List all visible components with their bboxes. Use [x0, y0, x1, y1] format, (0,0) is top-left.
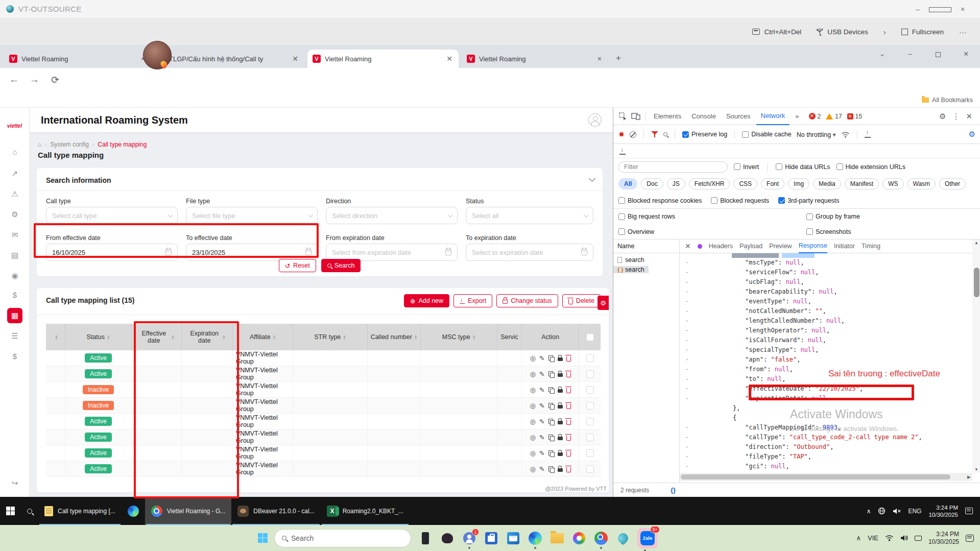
- filter-chip-img[interactable]: Img: [788, 178, 809, 189]
- change-status-button[interactable]: Change status: [496, 294, 558, 307]
- all-bookmarks-button[interactable]: All Bookmarks: [922, 97, 973, 104]
- device-toolbar-icon[interactable]: [631, 112, 640, 120]
- breadcrumb-system-config[interactable]: System config: [51, 141, 89, 148]
- filter-chip-all[interactable]: All: [618, 178, 637, 189]
- row-checkbox[interactable]: [586, 386, 594, 394]
- sidebar-item-system-config-active[interactable]: ▦: [7, 308, 22, 323]
- more-tabs-button[interactable]: »: [791, 108, 803, 125]
- document-icon[interactable]: ▤: [0, 251, 30, 260]
- search-button[interactable]: Search: [321, 259, 361, 272]
- reset-button[interactable]: ↺Reset: [279, 259, 316, 272]
- host-task-edge[interactable]: [528, 531, 543, 546]
- copy-icon[interactable]: [548, 403, 554, 409]
- devtools-settings-gear-icon[interactable]: ⚙: [939, 112, 946, 121]
- host-task-zalo[interactable]: Zalo 5+: [637, 528, 658, 548]
- file-type-select[interactable]: Select file type: [186, 207, 318, 224]
- copy-icon[interactable]: [548, 371, 554, 377]
- header-msc-type[interactable]: MSC type▲▼: [421, 324, 497, 350]
- host-task-phone[interactable]: [418, 531, 433, 546]
- response-vertical-scrollbar[interactable]: ▲ ▼: [972, 239, 980, 473]
- header-called-number[interactable]: Called number▲▼: [368, 324, 421, 350]
- forward-button[interactable]: →: [30, 74, 39, 85]
- view-icon[interactable]: ◎: [530, 370, 535, 378]
- detail-tab-response-active[interactable]: Response: [799, 239, 827, 253]
- invert-checkbox[interactable]: Invert: [734, 163, 759, 171]
- view-icon[interactable]: ◎: [530, 402, 535, 410]
- host-task-app-dark[interactable]: [440, 531, 455, 546]
- edit-icon[interactable]: ✎: [539, 418, 545, 425]
- from-expiration-date-input[interactable]: Select from expiration date: [326, 244, 458, 261]
- muted-speaker-icon[interactable]: [893, 508, 901, 515]
- devtools-close-icon[interactable]: ✕: [966, 112, 972, 121]
- view-icon[interactable]: ◎: [530, 354, 535, 362]
- delete-icon[interactable]: [566, 436, 571, 441]
- host-task-store[interactable]: [484, 531, 499, 546]
- preserve-log-checkbox[interactable]: Preserve log: [682, 131, 727, 138]
- vm-notification-icon[interactable]: [965, 508, 973, 514]
- host-task-chrome[interactable]: [593, 531, 609, 546]
- lock-icon[interactable]: [558, 437, 563, 440]
- delete-button[interactable]: Delete: [562, 294, 601, 307]
- lock-icon[interactable]: [558, 373, 563, 377]
- detail-tab-timing[interactable]: Timing: [862, 240, 880, 253]
- tab-sources[interactable]: Sources: [722, 108, 755, 125]
- request-row[interactable]: search: [613, 253, 679, 266]
- view-icon[interactable]: ◎: [530, 449, 535, 457]
- remote-minimize-button[interactable]: –: [906, 0, 929, 18]
- scroll-up-icon[interactable]: ▲: [972, 241, 980, 245]
- vm-task-excel[interactable]: X Roaming2.0_KBKT_...: [321, 497, 410, 525]
- row-checkbox[interactable]: [586, 434, 594, 441]
- filter-chip-fetchxhr[interactable]: Fetch/XHR: [689, 178, 730, 189]
- export-button[interactable]: Export: [453, 294, 492, 307]
- vm-language-indicator[interactable]: ENG: [908, 508, 921, 515]
- lock-icon[interactable]: [558, 468, 563, 472]
- copy-icon[interactable]: [548, 435, 554, 440]
- vm-search-button[interactable]: [21, 497, 38, 525]
- speaker-icon[interactable]: [900, 535, 908, 541]
- remote-close-button[interactable]: ×: [951, 0, 974, 18]
- target-icon[interactable]: ◉: [0, 271, 30, 280]
- big-request-rows-checkbox[interactable]: Big request rows: [618, 213, 675, 220]
- host-task-explorer[interactable]: [549, 531, 565, 546]
- vm-task-edge[interactable]: [122, 497, 145, 525]
- filter-chip-media[interactable]: Media: [813, 178, 841, 189]
- scrollbar-thumb[interactable]: [681, 474, 950, 480]
- tray-expand-icon[interactable]: ∧: [856, 534, 861, 542]
- host-notification-icon[interactable]: [966, 535, 974, 542]
- row-checkbox[interactable]: [586, 418, 594, 425]
- record-button[interactable]: [618, 131, 625, 137]
- detail-tab-preview[interactable]: Preview: [769, 240, 792, 253]
- filter-chip-css[interactable]: CSS: [733, 178, 757, 189]
- export-har-icon[interactable]: [619, 148, 626, 154]
- import-har-icon[interactable]: [865, 131, 871, 137]
- row-checkbox[interactable]: [586, 402, 594, 410]
- filter-chip-other[interactable]: Other: [939, 178, 966, 189]
- vm-task-notepad[interactable]: Call type mapping [...: [38, 497, 122, 525]
- delete-icon[interactable]: [566, 388, 571, 393]
- chart-icon[interactable]: ↗: [0, 169, 30, 178]
- lock-icon[interactable]: [558, 452, 563, 456]
- host-search-box[interactable]: Search: [274, 529, 411, 547]
- filter-chip-js[interactable]: JS: [667, 178, 685, 189]
- browser-tab-1[interactable]: V Viettel Roaming ×: [4, 50, 151, 68]
- detail-tab-headers[interactable]: Headers: [709, 240, 733, 253]
- detail-tab-initiator[interactable]: Initiator: [834, 240, 855, 253]
- row-checkbox[interactable]: [586, 465, 594, 473]
- vm-start-button[interactable]: [0, 497, 21, 525]
- edit-icon[interactable]: ✎: [539, 370, 545, 378]
- host-task-drop[interactable]: [615, 531, 631, 546]
- touch-keyboard-icon[interactable]: [915, 536, 922, 541]
- edit-icon[interactable]: ✎: [539, 465, 545, 473]
- overview-checkbox[interactable]: Overview: [618, 228, 654, 235]
- scroll-right-icon[interactable]: ▶: [967, 474, 971, 480]
- host-start-button[interactable]: [258, 533, 268, 543]
- throttling-select[interactable]: No throttling ▾: [797, 131, 836, 138]
- fullscreen-button[interactable]: Fullscreen: [901, 28, 944, 36]
- remote-maximize-button[interactable]: [929, 0, 951, 18]
- header-str-type[interactable]: STR type▲▼: [293, 324, 368, 350]
- edit-icon[interactable]: ✎: [539, 434, 545, 441]
- browser-tab-3-active[interactable]: V Viettel Roaming ✕: [307, 50, 459, 68]
- finance-icon[interactable]: $: [0, 352, 30, 361]
- to-expiration-date-input[interactable]: Select to expiration date: [466, 244, 593, 261]
- header-affiliate[interactable]: Affiliate▲▼: [233, 324, 293, 350]
